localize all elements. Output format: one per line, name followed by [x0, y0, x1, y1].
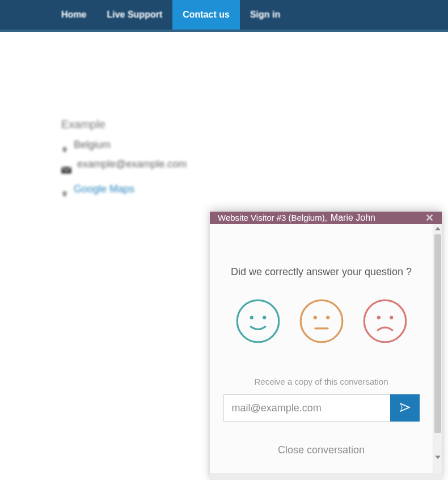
chat-body: Did we correctly answer your question ?	[210, 224, 433, 473]
chat-header: Website Visitor #3 (Belgium), Marie John…	[210, 212, 442, 224]
svg-point-3	[263, 316, 266, 319]
nav-sign-in[interactable]: Sign in	[240, 0, 290, 30]
chat-agent-name: Marie John	[331, 213, 375, 223]
chat-body-wrap: Did we correctly answer your question ?	[210, 224, 442, 473]
mail-icon	[61, 161, 71, 167]
pin-icon	[61, 140, 68, 149]
scroll-thumb[interactable]	[434, 234, 441, 433]
svg-point-10	[390, 316, 393, 319]
nav-contact-us[interactable]: Contact us	[172, 0, 240, 30]
scroll-down-icon[interactable]	[435, 456, 441, 459]
contact-location-row: Belgium	[61, 135, 187, 154]
copy-conversation-label: Receive a copy of this conversation	[255, 377, 388, 386]
scroll-up-icon[interactable]	[435, 227, 441, 230]
svg-point-1	[237, 301, 279, 343]
contact-maps-row: Google Maps	[61, 179, 187, 199]
chat-scrollbar[interactable]	[433, 224, 442, 473]
chat-input-area[interactable]	[210, 473, 442, 480]
svg-point-9	[377, 316, 380, 319]
svg-point-4	[301, 301, 343, 343]
chat-widget: Website Visitor #3 (Belgium), Marie John…	[210, 212, 442, 480]
email-row	[223, 394, 420, 422]
face-sad-button[interactable]	[362, 298, 408, 344]
face-neutral-button[interactable]	[299, 298, 344, 344]
svg-point-5	[313, 316, 316, 319]
contact-email: example@example.com	[77, 154, 187, 174]
face-happy-button[interactable]	[235, 298, 281, 344]
contact-email-row: example@example.com	[61, 154, 187, 174]
contact-title: Example	[61, 113, 187, 135]
feedback-faces	[235, 298, 408, 344]
chat-visitor-label: Website Visitor #3 (Belgium),	[218, 213, 327, 222]
feedback-question: Did we correctly answer your question ?	[231, 266, 412, 278]
contact-card: Example Belgium example@example.com Goog…	[61, 113, 187, 199]
svg-point-2	[250, 316, 253, 319]
top-nav: Home Live Support Contact us Sign in	[0, 0, 448, 32]
nav-live-support[interactable]: Live Support	[96, 0, 172, 30]
close-icon[interactable]: ✕	[425, 212, 434, 224]
close-conversation-link[interactable]: Close conversation	[278, 444, 365, 456]
paper-plane-icon	[399, 401, 411, 415]
contact-location: Belgium	[74, 135, 111, 154]
svg-point-6	[326, 316, 329, 319]
email-input[interactable]	[223, 394, 390, 422]
send-email-button[interactable]	[390, 394, 420, 422]
nav-home[interactable]: Home	[51, 0, 96, 30]
svg-point-8	[364, 301, 406, 343]
pin-icon	[61, 184, 68, 193]
google-maps-link[interactable]: Google Maps	[74, 179, 134, 199]
